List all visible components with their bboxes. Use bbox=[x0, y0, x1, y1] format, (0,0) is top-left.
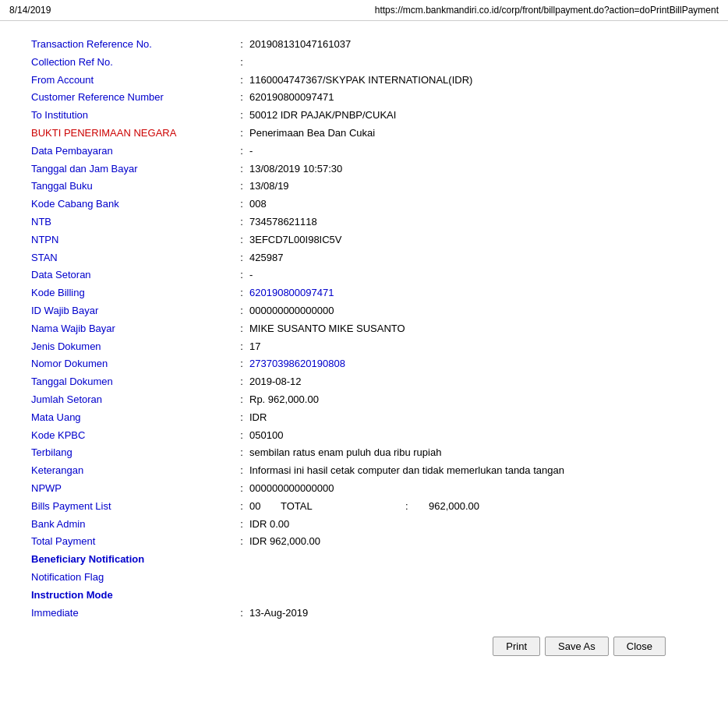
bills-payment-value: 00 TOTAL : 962,000.00 bbox=[249, 499, 697, 515]
field-row: Data Pembayaran:- bbox=[31, 143, 697, 160]
field-value: 425987 bbox=[249, 250, 697, 266]
field-value: Penerimaan Bea Dan Cukai bbox=[249, 125, 697, 142]
field-label: From Account bbox=[31, 72, 234, 89]
field-value: - bbox=[249, 267, 697, 284]
field-label: Data Pembayaran bbox=[31, 143, 234, 160]
immediate-label: Immediate bbox=[31, 605, 234, 622]
total-payment-sep: : bbox=[234, 534, 249, 550]
field-separator: : bbox=[234, 374, 249, 390]
field-label: ID Wajib Bayar bbox=[31, 303, 234, 319]
field-value: 000000000000000 bbox=[249, 303, 697, 319]
field-row: Kode KPBC:050100 bbox=[31, 428, 697, 444]
field-separator: : bbox=[234, 232, 249, 249]
field-value: 620190800097471 bbox=[249, 285, 697, 302]
field-label: Tanggal Dokumen bbox=[31, 374, 234, 390]
field-value: 201908131047161037 bbox=[249, 37, 697, 53]
field-separator: : bbox=[234, 285, 249, 302]
field-value: 13/08/19 bbox=[249, 178, 697, 195]
field-label: Transaction Reference No. bbox=[31, 37, 234, 53]
field-value: Informasi ini hasil cetak computer dan t… bbox=[249, 463, 697, 479]
bills-desc: TOTAL bbox=[281, 499, 405, 515]
field-label: Tanggal Buku bbox=[31, 178, 234, 195]
immediate-value: 13-Aug-2019 bbox=[249, 605, 697, 622]
field-value: 050100 bbox=[249, 428, 697, 444]
beneficiary-notification-sep bbox=[234, 552, 249, 568]
field-separator: : bbox=[234, 55, 249, 71]
header-bar: 8/14/2019 https://mcm.bankmandiri.co.id/… bbox=[0, 0, 728, 21]
field-value: MIKE SUSANTO MIKE SUSANTO bbox=[249, 321, 697, 337]
field-value: 1160004747367/SKYPAK INTERNATIONAL(IDR) bbox=[249, 72, 697, 89]
field-label: Terbilang bbox=[31, 445, 234, 461]
field-row: Kode Cabang Bank:008 bbox=[31, 196, 697, 213]
field-row: Customer Reference Number:62019080009747… bbox=[31, 90, 697, 106]
field-value: 17 bbox=[249, 339, 697, 355]
field-separator: : bbox=[234, 356, 249, 372]
beneficiary-notification-row: Beneficiary Notification bbox=[31, 552, 697, 568]
field-row: Jenis Dokumen:17 bbox=[31, 339, 697, 355]
field-separator: : bbox=[234, 321, 249, 337]
field-value: 3EFCD7L00I98IC5V bbox=[249, 232, 697, 249]
field-separator: : bbox=[234, 410, 249, 426]
field-label: Nama Wajib Bayar bbox=[31, 321, 234, 337]
total-payment-label: Total Payment bbox=[31, 534, 234, 550]
field-label: Kode Cabang Bank bbox=[31, 196, 234, 213]
field-separator: : bbox=[234, 178, 249, 195]
field-row: Jumlah Setoran:Rp. 962,000.00 bbox=[31, 392, 697, 408]
bills-amount: 962,000.00 bbox=[429, 499, 479, 515]
close-button[interactable]: Close bbox=[613, 637, 666, 656]
field-separator: : bbox=[234, 339, 249, 355]
field-value bbox=[249, 55, 697, 71]
field-value: 13/08/2019 10:57:30 bbox=[249, 161, 697, 178]
field-row: Mata Uang:IDR bbox=[31, 410, 697, 426]
field-label: Kode KPBC bbox=[31, 428, 234, 444]
fields-container: Transaction Reference No.:20190813104716… bbox=[31, 37, 697, 497]
field-separator: : bbox=[234, 72, 249, 89]
field-row: Keterangan:Informasi ini hasil cetak com… bbox=[31, 463, 697, 479]
total-payment-row: Total Payment : IDR 962,000.00 bbox=[31, 534, 697, 550]
field-separator: : bbox=[234, 463, 249, 479]
instruction-mode-row: Instruction Mode bbox=[31, 587, 697, 604]
field-row: STAN:425987 bbox=[31, 250, 697, 266]
field-separator: : bbox=[234, 481, 249, 497]
field-label: Nomor Dokumen bbox=[31, 356, 234, 372]
field-separator: : bbox=[234, 37, 249, 53]
field-separator: : bbox=[234, 303, 249, 319]
field-row: Tanggal dan Jam Bayar:13/08/2019 10:57:3… bbox=[31, 161, 697, 178]
instruction-mode-sep bbox=[234, 587, 249, 604]
field-row: NPWP:000000000000000 bbox=[31, 481, 697, 497]
field-value: Rp. 962,000.00 bbox=[249, 392, 697, 408]
field-separator: : bbox=[234, 392, 249, 408]
bank-admin-row: Bank Admin : IDR 0.00 bbox=[31, 517, 697, 533]
button-row: Print Save As Close bbox=[31, 637, 697, 656]
beneficiary-notification-value bbox=[249, 552, 697, 568]
field-row: Collection Ref No.: bbox=[31, 55, 697, 71]
field-label: To Institution bbox=[31, 108, 234, 124]
print-button[interactable]: Print bbox=[493, 637, 540, 656]
notification-flag-label: Notification Flag bbox=[31, 570, 234, 586]
field-row: From Account:1160004747367/SKYPAK INTERN… bbox=[31, 72, 697, 89]
field-label: Keterangan bbox=[31, 463, 234, 479]
instruction-mode-value bbox=[249, 587, 697, 604]
field-separator: : bbox=[234, 214, 249, 231]
header-date: 8/14/2019 bbox=[9, 5, 51, 16]
field-separator: : bbox=[234, 267, 249, 284]
field-value: 008 bbox=[249, 196, 697, 213]
save-as-button[interactable]: Save As bbox=[545, 637, 609, 656]
field-label: STAN bbox=[31, 250, 234, 266]
bank-admin-sep: : bbox=[234, 517, 249, 533]
notification-flag-value bbox=[249, 570, 697, 586]
field-row: BUKTI PENERIMAAN NEGARA:Penerimaan Bea D… bbox=[31, 125, 697, 142]
field-label: Jenis Dokumen bbox=[31, 339, 234, 355]
field-row: Nomor Dokumen:27370398620190808 bbox=[31, 356, 697, 372]
field-separator: : bbox=[234, 428, 249, 444]
field-value: 000000000000000 bbox=[249, 481, 697, 497]
field-separator: : bbox=[234, 143, 249, 160]
field-label: Tanggal dan Jam Bayar bbox=[31, 161, 234, 178]
field-row: Kode Billing:620190800097471 bbox=[31, 285, 697, 302]
field-row: Tanggal Dokumen:2019-08-12 bbox=[31, 374, 697, 390]
notification-flag-sep bbox=[234, 570, 249, 586]
field-separator: : bbox=[234, 250, 249, 266]
field-separator: : bbox=[234, 445, 249, 461]
immediate-sep: : bbox=[234, 605, 249, 622]
field-label: Collection Ref No. bbox=[31, 55, 234, 71]
